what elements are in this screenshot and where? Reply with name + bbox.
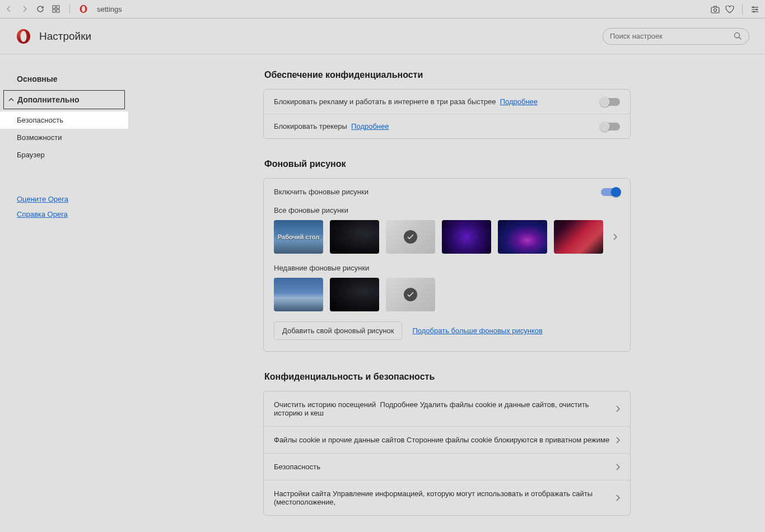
help-opera-link[interactable]: Справка Opera (17, 210, 128, 218)
search-icon (734, 32, 742, 40)
svg-rect-6 (711, 7, 719, 13)
svg-rect-0 (53, 6, 55, 8)
clear-browsing-title: Очистить историю посещений (274, 400, 376, 409)
speed-dial-button[interactable] (52, 4, 60, 13)
browser-toolbar: settings (0, 0, 765, 18)
settings-content: Обеспечение конфиденциальности Блокирова… (129, 54, 765, 532)
settings-header: Настройки (0, 18, 765, 54)
sidebar-item-features[interactable]: Возможности (0, 129, 128, 146)
back-button[interactable] (4, 4, 13, 13)
address-bar-text[interactable]: settings (97, 5, 122, 13)
section-title-privacy: Обеспечение конфиденциальности (263, 70, 631, 80)
chevron-right-icon (615, 405, 620, 412)
opera-logo (16, 29, 31, 44)
svg-rect-2 (53, 10, 55, 12)
svg-rect-3 (57, 10, 59, 12)
block-ads-row: Блокировать рекламу и работать в интерне… (264, 90, 630, 114)
settings-sidebar: Основные Дополнительно Безопасность Возм… (0, 54, 129, 532)
all-wallpapers-label: Все фоновые рисунки (274, 206, 620, 214)
privacy-security-card: Очистить историю посещений Подробнее Уда… (263, 391, 631, 516)
svg-line-17 (739, 38, 741, 40)
block-trackers-label: Блокировать трекеры (274, 122, 347, 130)
learn-more-link[interactable]: Подробнее (500, 97, 538, 106)
svg-point-12 (756, 8, 758, 10)
recent-wallpapers-label: Недавние фоновые рисунки (274, 264, 620, 272)
sidebar-item-basic[interactable]: Основные (0, 70, 128, 88)
wallpaper-thumb[interactable] (554, 220, 603, 254)
sidebar-item-browser[interactable]: Браузер (0, 146, 128, 164)
snapshot-icon[interactable] (711, 5, 720, 14)
sidebar-item-security[interactable]: Безопасность (0, 111, 128, 129)
settings-search[interactable] (603, 28, 749, 45)
forward-button[interactable] (20, 4, 29, 13)
wallpaper-thumb[interactable] (330, 278, 379, 311)
sidebar-advanced-label: Дополнительно (17, 95, 79, 104)
heart-icon[interactable] (725, 5, 734, 14)
wallpaper-thumb[interactable] (442, 220, 491, 254)
next-wallpapers-button[interactable] (610, 233, 620, 241)
toolbar-separator (742, 4, 743, 15)
wallpaper-card: Включить фоновые рисунки Все фоновые рис… (263, 178, 631, 352)
wallpaper-thumb-desktop[interactable]: Рабочий стол (274, 220, 323, 254)
check-icon (404, 288, 417, 301)
wallpaper-thumb[interactable] (274, 278, 323, 311)
svg-point-13 (753, 11, 755, 12)
wallpaper-thumb[interactable] (330, 220, 379, 254)
chevron-right-icon (615, 464, 620, 470)
svg-rect-1 (57, 6, 59, 8)
clear-browsing-data-row[interactable]: Очистить историю посещений Подробнее Уда… (264, 391, 630, 427)
site-settings-title: Настройки сайта (274, 489, 330, 498)
wallpaper-thumb-selected[interactable] (386, 278, 435, 311)
learn-more-link[interactable]: Подробнее (380, 400, 418, 409)
chevron-up-icon (8, 97, 14, 102)
svg-point-15 (21, 31, 27, 42)
block-trackers-row: Блокировать трекеры Подробнее (264, 114, 630, 138)
svg-point-5 (82, 6, 85, 12)
wallpaper-thumb[interactable] (498, 220, 547, 254)
enable-wallpapers-label: Включить фоновые рисунки (274, 188, 601, 196)
section-title-wallpaper: Фоновый рисунок (263, 159, 631, 169)
cookies-title: Файлы cookie и прочие данные сайтов (274, 436, 404, 444)
chevron-right-icon (615, 437, 620, 444)
svg-point-16 (735, 33, 740, 38)
wallpaper-thumb-selected[interactable] (386, 220, 435, 254)
block-trackers-toggle[interactable] (601, 123, 620, 130)
security-title: Безопасность (274, 463, 320, 471)
get-more-wallpapers-link[interactable]: Подобрать больше фоновых рисунков (412, 326, 542, 335)
cookies-row[interactable]: Файлы cookie и прочие данные сайтов Стор… (264, 427, 630, 454)
reload-button[interactable] (36, 4, 45, 13)
page-title: Настройки (39, 30, 91, 43)
block-ads-toggle[interactable] (601, 98, 620, 106)
add-own-wallpaper-button[interactable]: Добавить свой фоновый рисунок (274, 321, 402, 340)
learn-more-link[interactable]: Подробнее (351, 122, 389, 130)
section-title-privacy-security: Конфиденциальность и безопасность (263, 372, 631, 382)
svg-point-11 (753, 6, 754, 8)
search-input[interactable] (610, 32, 734, 40)
check-icon (404, 230, 417, 244)
site-settings-row[interactable]: Настройки сайта Управление информацией, … (264, 480, 630, 515)
block-ads-label: Блокировать рекламу и работать в интерне… (274, 97, 496, 106)
toolbar-separator (69, 4, 70, 14)
enable-wallpapers-toggle[interactable] (601, 188, 620, 196)
sidebar-item-advanced[interactable]: Дополнительно (3, 90, 125, 109)
svg-point-7 (714, 8, 717, 11)
cookies-subtitle: Сторонние файлы cookie блокируются в при… (407, 436, 609, 444)
privacy-card: Блокировать рекламу и работать в интерне… (263, 89, 631, 139)
easy-setup-icon[interactable] (750, 5, 759, 14)
opera-icon (79, 4, 88, 13)
rate-opera-link[interactable]: Оцените Opera (17, 195, 128, 203)
security-row[interactable]: Безопасность (264, 454, 630, 480)
chevron-right-icon (615, 494, 620, 501)
